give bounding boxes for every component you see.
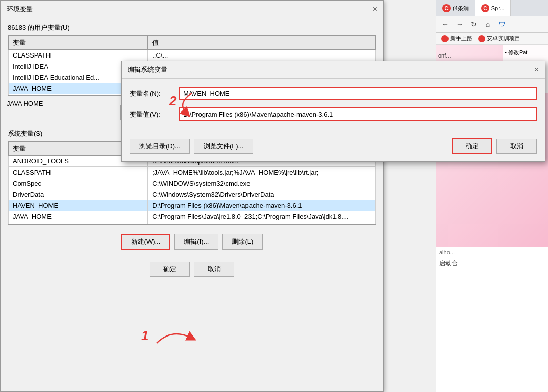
bookmarks-bar: 新手上路 安卓实训项目 bbox=[436, 33, 548, 45]
sys-edit-btn[interactable]: 编辑(I)... bbox=[174, 234, 218, 250]
browser-tab-1[interactable]: C (4条消 bbox=[436, 0, 475, 16]
var-name-label: 变量名(N): bbox=[130, 89, 175, 98]
sys-var-cell: JAVA_HOME bbox=[9, 211, 148, 222]
user-section-label: 86183 的用户变量(U) bbox=[8, 23, 376, 32]
sys-new-btn[interactable]: 新建(W)... bbox=[121, 234, 171, 250]
env-cancel-btn[interactable]: 取消 bbox=[194, 262, 234, 277]
var-value-row: 变量值(V): bbox=[130, 107, 537, 121]
bookmark-2[interactable]: 安卓实训项目 bbox=[476, 34, 522, 43]
sys-btn-row: 新建(W)... 编辑(I)... 删除(L) bbox=[1, 230, 383, 254]
sys-val-cell: D:\Program Files (x86)\Maven\apache-mave… bbox=[148, 200, 376, 211]
sys-val-cell: C:\WINDOWS\system32\cmd.exe bbox=[148, 178, 376, 189]
edit-confirm-btn[interactable]: 确定 bbox=[452, 138, 492, 154]
user-table-row[interactable]: CLASSPATH.;C\... bbox=[9, 50, 376, 61]
edit-system-var-dialog: 编辑系统变量 × 变量名(N): 变量值(V): 浏览目录(D)... 浏览文件… bbox=[121, 61, 545, 162]
sys-var-cell: MySQL bbox=[9, 222, 148, 225]
browser-tab-2[interactable]: C Spr... bbox=[475, 0, 511, 16]
edit-dialog-body: 变量名(N): 变量值(V): bbox=[122, 79, 545, 134]
sys-val-cell: C:\Program Files\Java\jre1.8.0_231;C:\Pr… bbox=[148, 211, 376, 222]
user-var-cell: CLASSPATH bbox=[9, 50, 148, 61]
edit-cancel-btn[interactable]: 取消 bbox=[496, 139, 537, 154]
var-name-input[interactable] bbox=[179, 87, 537, 100]
browser-tabs: C (4条消 C Spr... bbox=[436, 0, 548, 16]
tab-2-icon: C bbox=[481, 4, 489, 12]
browser-url-text: alho... bbox=[439, 249, 455, 255]
browser-statusbar: alho... bbox=[436, 247, 548, 257]
browser-conf: onf... bbox=[438, 50, 461, 62]
sys-val-cell: D:\MySQL5.5\bin bbox=[148, 222, 376, 225]
user-val-cell: .;C\... bbox=[148, 50, 376, 61]
env-confirm-btn[interactable]: 确定 bbox=[150, 262, 190, 277]
browser-panel: C (4条消 C Spr... ← → ↻ ⌂ 🛡 新手上路 安卓实训项目 • … bbox=[436, 0, 548, 392]
user-table-header-row: 变量 值 bbox=[9, 36, 376, 50]
bookmark-1[interactable]: 新手上路 bbox=[439, 34, 474, 43]
content-item-1: • 修改Pat bbox=[505, 47, 546, 58]
shield-btn[interactable]: 🛡 bbox=[496, 18, 508, 30]
env-dialog-close[interactable]: × bbox=[373, 5, 377, 13]
forward-btn[interactable]: → bbox=[454, 18, 466, 30]
sys-table-row[interactable]: MySQLD:\MySQL5.5\bin bbox=[9, 222, 376, 225]
sys-var-cell: HAVEN_HOME bbox=[9, 200, 148, 211]
back-btn[interactable]: ← bbox=[439, 18, 452, 30]
sys-val-cell: C:\Windows\System32\Drivers\DriverData bbox=[148, 189, 376, 200]
env-dialog-titlebar: 环境变量 × bbox=[1, 1, 383, 18]
tab-1-icon: C bbox=[442, 4, 451, 12]
tab-1-text: (4条消 bbox=[453, 5, 469, 12]
sys-var-cell: ComSpec bbox=[9, 178, 148, 189]
bookmark-2-label: 安卓实训项目 bbox=[487, 35, 520, 42]
sys-table-row[interactable]: ComSpecC:\WINDOWS\system32\cmd.exe bbox=[9, 178, 376, 189]
edit-dialog-titlebar: 编辑系统变量 × bbox=[122, 61, 545, 79]
browse-file-btn[interactable]: 浏览文件(F)... bbox=[194, 139, 253, 154]
env-dialog-title: 环境变量 bbox=[7, 5, 33, 14]
browser-bottom: 启动合 bbox=[436, 257, 548, 270]
browser-bottom-text: 启动合 bbox=[439, 260, 458, 267]
user-col-var-header: 变量 bbox=[9, 36, 148, 50]
sys-table-row[interactable]: CLASSPATH;JAVA_HOME%\lib\tools.jar;%JAVA… bbox=[9, 167, 376, 178]
bookmark-1-label: 新手上路 bbox=[450, 35, 472, 42]
sys-table-row[interactable]: HAVEN_HOMED:\Program Files (x86)\Maven\a… bbox=[9, 200, 376, 211]
edit-dialog-close[interactable]: × bbox=[534, 66, 539, 74]
var-name-row: 变量名(N): bbox=[130, 87, 537, 100]
edit-dialog-title: 编辑系统变量 bbox=[128, 65, 167, 74]
sys-table-row[interactable]: DriverDataC:\Windows\System32\Drivers\Dr… bbox=[9, 189, 376, 200]
refresh-btn[interactable]: ↻ bbox=[468, 18, 480, 30]
home-btn[interactable]: ⌂ bbox=[482, 18, 494, 30]
env-bottom-btn-row: 确定 取消 bbox=[1, 258, 383, 281]
sys-var-cell: CLASSPATH bbox=[9, 167, 148, 178]
var-value-input[interactable] bbox=[179, 107, 537, 121]
browser-toolbar: ← → ↻ ⌂ 🛡 bbox=[436, 16, 548, 33]
user-col-val-header: 值 bbox=[148, 36, 376, 50]
sys-delete-btn[interactable]: 删除(L) bbox=[222, 234, 263, 250]
sys-table-row[interactable]: JAVA_HOMEC:\Program Files\Java\jre1.8.0_… bbox=[9, 211, 376, 222]
bookmark-1-icon bbox=[441, 35, 449, 42]
sys-val-cell: ;JAVA_HOME%\lib\tools.jar;%JAVA_HOME%\jr… bbox=[148, 167, 376, 178]
bookmark-2-icon bbox=[478, 35, 485, 42]
env-variables-dialog: 环境变量 × 86183 的用户变量(U) 变量 值 CLASSPATH.;C\… bbox=[0, 0, 384, 392]
tab-2-text: Spr... bbox=[491, 5, 505, 11]
sys-var-cell: DriverData bbox=[9, 189, 148, 200]
edit-btn-row: 浏览目录(D)... 浏览文件(F)... 确定 取消 bbox=[122, 134, 545, 161]
browse-dir-btn[interactable]: 浏览目录(D)... bbox=[130, 139, 190, 154]
var-value-label: 变量值(V): bbox=[130, 110, 175, 119]
